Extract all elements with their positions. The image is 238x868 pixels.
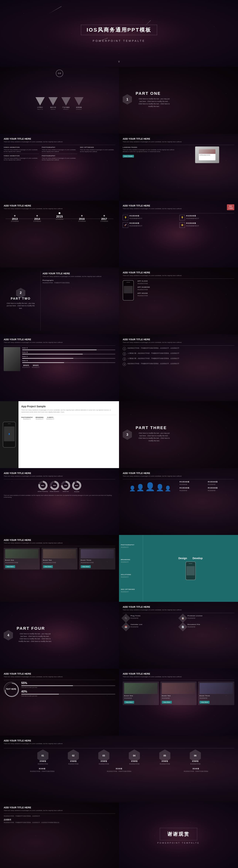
thankyou-border: 谢谢观赏 bbox=[160, 828, 197, 840]
slide-10-right-diamonds: ADD YOUR TITLE HERE There are many varia… bbox=[119, 602, 238, 669]
slide-9-left-events: ADD YOUR TITLE HERE There are many varia… bbox=[0, 535, 119, 602]
license-icon: 📋 bbox=[178, 614, 187, 623]
slide8-left-title: ADD YOUR TITLE HERE bbox=[4, 472, 115, 474]
slide11-right-subtitle: There are many variations of passages of… bbox=[123, 676, 234, 678]
slide-2-part-one: 1 PART ONE Click here to modify the text… bbox=[119, 67, 238, 134]
slide6-right-title: ADD YOUR TITLE HERE bbox=[123, 338, 234, 341]
slide-7-right-part-three: 3 PART THREE Click here to modify the te… bbox=[119, 401, 238, 468]
slide6-left-subtitle: There are many variations of passages of… bbox=[4, 342, 115, 343]
slide-10-left-part-four: 4 PART FOUR Click here to modify the tex… bbox=[0, 602, 119, 669]
event-card-3: Event Three 单击添加内容文字内容 View More bbox=[79, 548, 115, 569]
plug-icon: 🔌 bbox=[121, 614, 130, 623]
slide5-right-subtitle: There are many variations of passages of… bbox=[123, 275, 234, 276]
bar-item-4: Item D bbox=[22, 360, 115, 363]
nav-label-3: 产品与服务PRODUCT bbox=[62, 106, 70, 110]
develop-label: Develop bbox=[192, 557, 203, 560]
slide4-left-subtitle: There are many variations of passages of… bbox=[4, 208, 115, 210]
hex-item-02: 02 添加标题 单击添加文字内容 bbox=[59, 752, 87, 765]
lightbulb-icon-2: 💡 bbox=[179, 215, 185, 220]
slide8-right-title: ADD YOUR TITLE HERE bbox=[123, 472, 234, 474]
year-2013: 2013 文字内容添加 bbox=[11, 215, 19, 222]
slide-11-left-pct: ADD YOUR TITLE HERE There are many varia… bbox=[0, 669, 119, 736]
slide-14-left: ADD YOUR TITLE HERE There are many varia… bbox=[0, 802, 119, 868]
slide4-left-title: ADD YOUR TITLE HERE bbox=[4, 204, 115, 207]
slide5-right-title: ADD YOUR TITLE HERE bbox=[123, 271, 234, 274]
slide-6-left: ADD YOUR TITLE HERE There are many varia… bbox=[0, 334, 119, 401]
app-item-2: APP DIAMOND 单击添加文字内容 bbox=[138, 286, 234, 290]
event-card-2: Event Two 单击添加内容文字内容 View More bbox=[41, 548, 78, 569]
sub-title: POWERPOINT TEMPALTE bbox=[93, 39, 145, 42]
slide14-left-subtitle: There are many variations of passages of… bbox=[4, 810, 115, 811]
thankyou-title: 谢谢观赏 bbox=[168, 831, 189, 837]
circle-illustrator: 70% Adobe Illustrator bbox=[50, 481, 59, 493]
slide8-left-subtitle: There are many variations of passages of… bbox=[4, 475, 115, 477]
stat-clients: CLIENTS 单击添加文字 bbox=[47, 416, 54, 420]
icon-item-1: 💡 单击添加标题单击添加标题内容文字 bbox=[123, 215, 178, 220]
slide13-title: ADD YOUR TITLE HERE bbox=[4, 739, 234, 742]
icon-item-2: 💡 单击添加标题单击添加标题内容文字 bbox=[179, 215, 234, 220]
right-event-1: Event One 单击添加内容 View More bbox=[123, 681, 159, 705]
part-three-hex: 3 bbox=[123, 432, 132, 437]
hex-item-05: 05 添加标题 单击添加文字内容 bbox=[151, 752, 179, 765]
slide3-left-subtitle: There are many variations of passages of… bbox=[4, 141, 115, 143]
circle-label: 目录 bbox=[56, 70, 63, 77]
slide9-left-subtitle: There are many variations of passages of… bbox=[4, 542, 115, 544]
year-2014: 2014 文字内容添加 bbox=[33, 215, 41, 222]
slide6-right-subtitle: There are many variations of passages of… bbox=[123, 342, 234, 343]
nav-item-2[interactable]: 项目介绍SERVICE bbox=[49, 97, 58, 110]
bar-item-3: Item C bbox=[22, 355, 115, 359]
chevron-down-icon: ∨ bbox=[118, 60, 120, 63]
slide-13-hex-grid: ADD YOUR TITLE HERE There are many varia… bbox=[0, 736, 238, 802]
icon-item-3: 🚀 单击添加标题单击添加标题内容文字 bbox=[123, 222, 178, 228]
nav-item-4[interactable]: 发展策略STRATEGY bbox=[74, 97, 84, 110]
document-icon: 📄 bbox=[178, 622, 187, 631]
part-two-desc: Click here to modify the text , you may … bbox=[4, 300, 38, 312]
app-phone-large: 👤 bbox=[0, 401, 19, 468]
slide3-left-title: ADD YOUR TITLE HERE bbox=[4, 137, 115, 140]
part-one-desc: Click here to modify the text , you may … bbox=[136, 96, 173, 110]
part-three-title: PART THREE bbox=[136, 426, 173, 430]
design-phone bbox=[185, 562, 196, 580]
slide3-right-title: ADD YOUR TITLE HERE bbox=[123, 137, 234, 140]
bar-item-1: Item A bbox=[22, 347, 115, 350]
nav-item-3[interactable]: 产品与服务PRODUCT bbox=[61, 97, 70, 110]
slide-5-right: ADD YOUR TITLE HERE There are many varia… bbox=[119, 268, 238, 334]
part-two-hex: 2 bbox=[16, 290, 25, 296]
year-2015: 2015 文字内容添加 bbox=[56, 212, 63, 222]
rocket-icon: 🚀 bbox=[123, 222, 128, 228]
part-three-desc: Click here to modify the text , you may … bbox=[136, 430, 173, 444]
app-item-1: APP CLOCK 单击添加文字内容 bbox=[138, 280, 234, 284]
slide3-right-subtitle: There are many variations of passages of… bbox=[123, 141, 234, 143]
badge: 项目不错哟 bbox=[227, 204, 234, 210]
slide4-right-subtitle: There are many variations of passages of… bbox=[123, 208, 182, 210]
bar-item-2: Item B bbox=[22, 351, 115, 354]
nav-label-1: 公司简介ABOUT US bbox=[37, 106, 43, 110]
slide9-left-title: ADD YOUR TITLE HERE bbox=[4, 539, 115, 541]
circle-photoshop: 80% Adobe Photoshop bbox=[38, 481, 48, 493]
app-item-3: APP HOUSE 单击添加文字内容 bbox=[138, 292, 234, 297]
circle-add: 90% 单击添加 bbox=[72, 481, 81, 493]
slide14-left-title: ADD YOUR TITLE HERE bbox=[4, 806, 115, 809]
tablet-image bbox=[4, 347, 20, 371]
more-details-btn[interactable]: More Details bbox=[123, 155, 134, 158]
slide11-left-title: ADD YOUR TITLE HERE bbox=[4, 672, 115, 675]
num-item-4: 4 此处添加文字内容，字体颜色等可在格式里更改，点击添加文字，点击添加文字 bbox=[123, 363, 234, 366]
hex-item-03: 03 添加标题 单击添加文字内容 bbox=[90, 752, 118, 765]
nav-item-1[interactable]: 公司简介ABOUT US bbox=[35, 97, 45, 110]
slide-7-left-app: 👤 App Project Sample There are many vari… bbox=[0, 401, 119, 468]
icon-item-4: ⭐ 单击添加标题单击添加标题内容文字 bbox=[179, 222, 234, 228]
thankyou-sub: POWERPOINT TEMPALTE bbox=[157, 842, 200, 844]
gauge-circle: TEXT HERE bbox=[4, 682, 19, 696]
main-title: IOS风商务通用PPT模板 bbox=[87, 26, 151, 33]
star-icon: ⭐ bbox=[179, 222, 185, 228]
circle-desc: There are many variations of content can… bbox=[4, 495, 115, 498]
sil-item-2: 单击添加标题 单击添加内容 bbox=[208, 481, 235, 486]
lightbulb-icon: 💡 bbox=[123, 215, 128, 220]
slide-3-left: ADD YOUR TITLE HERE There are many varia… bbox=[0, 134, 119, 200]
nav-label-2: 项目介绍SERVICE bbox=[50, 106, 56, 110]
calendar-icon: 📅 bbox=[121, 622, 130, 631]
slide-8-right-silhouettes: ADD YOUR TITLE HERE There are many varia… bbox=[119, 468, 238, 535]
slide-3-right: ADD YOUR TITLE HERE There are many varia… bbox=[119, 134, 238, 200]
slide-9-right-design: PHOTOGRAPHY 单击添加文字 BRANDING 单击添加文字 SOLUT… bbox=[119, 535, 238, 602]
phone-mockup bbox=[123, 280, 134, 301]
